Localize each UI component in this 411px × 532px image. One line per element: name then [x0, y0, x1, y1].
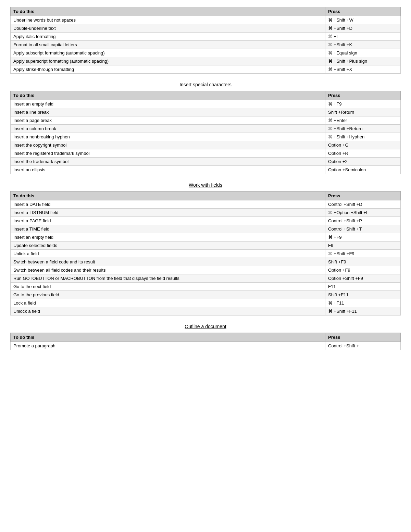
shortcut-cell: ⌘ +Shift +W: [325, 16, 401, 24]
shortcut-cell: ⌘ +Shift +Plus sign: [325, 57, 401, 65]
shortcut-cell: ⌘ +Shift +D: [325, 24, 401, 33]
table-row: Unlink a field⌘ +Shift +F9: [11, 250, 401, 258]
action-cell: Insert an empty field: [11, 233, 325, 242]
table-row: Apply subscript formatting (automatic sp…: [11, 49, 401, 57]
table-row: Insert a PAGE fieldControl +Shift +P: [11, 217, 401, 225]
table-row: Format in all small capital letters⌘ +Sh…: [11, 41, 401, 49]
col2-header: Press: [325, 191, 401, 200]
table-row: Insert the copyright symbolOption +G: [11, 141, 401, 149]
action-cell: Insert a PAGE field: [11, 217, 325, 225]
action-cell: Promote a paragraph: [11, 342, 325, 350]
shortcut-cell: ⌘ +Shift +Return: [325, 125, 401, 133]
shortcut-cell: ⌘ +F9: [325, 233, 401, 242]
shortcut-cell: Control +Shift +: [325, 342, 401, 350]
shortcut-cell: Option +R: [325, 149, 401, 158]
table-row: Switch between all field codes and their…: [11, 266, 401, 274]
col2-header: Press: [325, 91, 401, 100]
work-with-fields-title: Work with fields: [10, 182, 401, 188]
shortcut-cell: ⌘ +Shift +K: [325, 41, 401, 49]
table-row: Underline words but not spaces⌘ +Shift +…: [11, 16, 401, 24]
table-row: Insert a LISTNUM field⌘ +Option +Shift +…: [11, 209, 401, 217]
shortcut-cell: Control +Shift +D: [325, 200, 401, 209]
shortcut-cell: Shift +F11: [325, 291, 401, 299]
col1-header: To do this: [11, 91, 325, 100]
action-cell: Insert an empty field: [11, 100, 325, 108]
shortcut-cell: Option +2: [325, 158, 401, 166]
col2-header: Press: [325, 7, 401, 16]
table-row: Insert an ellipsisOption +Semicolon: [11, 166, 401, 174]
outline-document-title: Outline a document: [10, 324, 401, 329]
table-row: Update selected fieldsF9: [11, 242, 401, 250]
table-row: Run GOTOBUTTON or MACROBUTTON from the f…: [11, 274, 401, 283]
action-cell: Unlink a field: [11, 250, 325, 258]
special-chars-shortcuts-table: To do this Press Insert an empty field⌘ …: [10, 91, 401, 174]
shortcut-cell: Option +F9: [325, 266, 401, 274]
shortcut-cell: ⌘ +Shift +F9: [325, 250, 401, 258]
action-cell: Update selected fields: [11, 242, 325, 250]
action-cell: Insert the trademark symbol: [11, 158, 325, 166]
insert-special-chars-title: Insert special characters: [10, 82, 401, 87]
table-row: Insert a TIME fieldControl +Shift +T: [11, 225, 401, 233]
table-row: Double-underline text⌘ +Shift +D: [11, 24, 401, 33]
shortcut-cell: ⌘ +Shift +X: [325, 65, 401, 74]
action-cell: Switch between a field code and its resu…: [11, 258, 325, 266]
shortcut-cell: Option +Shift +F9: [325, 274, 401, 283]
action-cell: Go to the previous field: [11, 291, 325, 299]
table-row: Insert an empty field⌘ +F9: [11, 233, 401, 242]
table-row: Insert a line breakShift +Return: [11, 108, 401, 116]
shortcut-cell: Control +Shift +T: [325, 225, 401, 233]
table-row: Unlock a field⌘ +Shift +F11: [11, 307, 401, 316]
action-cell: Insert a DATE field: [11, 200, 325, 209]
action-cell: Unlock a field: [11, 307, 325, 316]
shortcut-cell: Option +G: [325, 141, 401, 149]
shortcut-cell: Shift +Return: [325, 108, 401, 116]
action-cell: Apply italic formatting: [11, 33, 325, 41]
action-cell: Run GOTOBUTTON or MACROBUTTON from the f…: [11, 274, 325, 283]
col1-header: To do this: [11, 7, 325, 16]
action-cell: Lock a field: [11, 299, 325, 307]
shortcut-cell: ⌘ +Enter: [325, 116, 401, 125]
action-cell: Insert a line break: [11, 108, 325, 116]
table-row: Insert a column break⌘ +Shift +Return: [11, 125, 401, 133]
action-cell: Apply superscript formatting (automatic …: [11, 57, 325, 65]
table-row: Apply italic formatting⌘ +I: [11, 33, 401, 41]
formatting-shortcuts-table: To do this Press Underline words but not…: [10, 7, 401, 74]
table-row: Lock a field⌘ +F11: [11, 299, 401, 307]
action-cell: Insert a TIME field: [11, 225, 325, 233]
action-cell: Apply subscript formatting (automatic sp…: [11, 49, 325, 57]
table-row: Apply strike-through formatting⌘ +Shift …: [11, 65, 401, 74]
shortcut-cell: F11: [325, 283, 401, 291]
table-row: Go to the previous fieldShift +F11: [11, 291, 401, 299]
table-row: Apply superscript formatting (automatic …: [11, 57, 401, 65]
action-cell: Double-underline text: [11, 24, 325, 33]
action-cell: Insert a page break: [11, 116, 325, 125]
col2-header: Press: [325, 333, 401, 342]
shortcut-cell: Control +Shift +P: [325, 217, 401, 225]
table-row: Insert an empty field⌘ +F9: [11, 100, 401, 108]
action-cell: Underline words but not spaces: [11, 16, 325, 24]
action-cell: Insert the copyright symbol: [11, 141, 325, 149]
table-row: Insert a DATE fieldControl +Shift +D: [11, 200, 401, 209]
action-cell: Insert a LISTNUM field: [11, 209, 325, 217]
action-cell: Switch between all field codes and their…: [11, 266, 325, 274]
action-cell: Insert an ellipsis: [11, 166, 325, 174]
col1-header: To do this: [11, 333, 325, 342]
shortcut-cell: ⌘ +Equal sign: [325, 49, 401, 57]
shortcut-cell: F9: [325, 242, 401, 250]
action-cell: Insert the registered trademark symbol: [11, 149, 325, 158]
shortcut-cell: ⌘ +Shift +Hyphen: [325, 133, 401, 141]
table-row: Promote a paragraphControl +Shift +: [11, 342, 401, 350]
table-row: Insert the trademark symbolOption +2: [11, 158, 401, 166]
shortcut-cell: Option +Semicolon: [325, 166, 401, 174]
action-cell: Go to the next field: [11, 283, 325, 291]
shortcut-cell: ⌘ +F9: [325, 100, 401, 108]
table-row: Go to the next fieldF11: [11, 283, 401, 291]
fields-shortcuts-table: To do this Press Insert a DATE fieldCont…: [10, 191, 401, 316]
action-cell: Insert a column break: [11, 125, 325, 133]
table-row: Insert the registered trademark symbolOp…: [11, 149, 401, 158]
shortcut-cell: ⌘ +I: [325, 33, 401, 41]
table-row: Switch between a field code and its resu…: [11, 258, 401, 266]
table-row: Insert a nonbreaking hyphen⌘ +Shift +Hyp…: [11, 133, 401, 141]
action-cell: Apply strike-through formatting: [11, 65, 325, 74]
col1-header: To do this: [11, 191, 325, 200]
